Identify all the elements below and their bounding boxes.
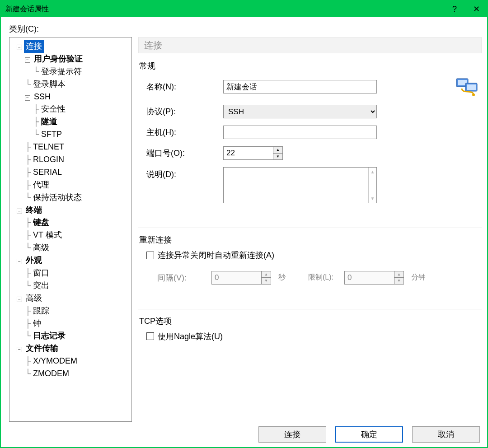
tree-item-window[interactable]: 窗口 <box>31 267 51 280</box>
chevron-up-icon[interactable]: ▲ <box>273 147 282 154</box>
expand-toggle-icon[interactable]: − <box>17 45 22 50</box>
expand-toggle-icon[interactable]: − <box>25 57 30 63</box>
tree-item-trace[interactable]: 跟踪 <box>31 305 51 317</box>
tree-item-terminal[interactable]: 终端 <box>24 204 44 217</box>
chevron-down-icon: ▼ <box>394 278 404 284</box>
nagle-label: 使用Nagle算法(U) <box>158 331 223 342</box>
svg-rect-3 <box>467 84 476 90</box>
tree-item-filetransfer[interactable]: 文件传输 <box>24 342 60 355</box>
settings-panel: 连接 常规 名称(N): <box>138 37 482 422</box>
tree-item-sftp[interactable]: SFTP <box>39 128 64 141</box>
interval-input <box>211 271 261 285</box>
divider <box>138 309 482 309</box>
cancel-button[interactable]: 取消 <box>412 426 480 443</box>
spinner-buttons: ▲▼ <box>261 271 271 285</box>
spinner-buttons[interactable]: ▲▼ <box>273 146 283 160</box>
category-tree[interactable]: −连接 −用户身份验证 └登录提示符 └登录脚本 −SSH ├安全性 ├隧道 └… <box>9 37 132 422</box>
expand-toggle-icon[interactable]: − <box>17 347 22 352</box>
tree-item-logging[interactable]: 日志记录 <box>31 330 67 342</box>
group-title-reconnect: 重新连接 <box>139 234 481 245</box>
tree-item-xymodem[interactable]: X/YMODEM <box>31 355 79 368</box>
interval-spinner: ▲▼ <box>211 271 271 285</box>
tree-item-rlogin[interactable]: RLOGIN <box>31 154 66 166</box>
divider <box>138 228 482 228</box>
textarea-scrollbar[interactable]: ▲▼ <box>368 168 376 203</box>
tree-item-vtmode[interactable]: VT 模式 <box>31 229 64 242</box>
category-label: 类别(C): <box>9 23 482 34</box>
expand-toggle-icon[interactable]: − <box>17 297 22 302</box>
tree-item-appearance[interactable]: 外观 <box>24 254 44 267</box>
protocol-select[interactable]: SSH <box>223 105 377 118</box>
description-textarea[interactable] <box>224 168 368 203</box>
chevron-down-icon[interactable]: ▼ <box>273 154 282 160</box>
ok-button[interactable]: 确定 <box>335 426 403 443</box>
checkbox-box-icon <box>146 332 154 340</box>
label-name: 名称(N): <box>146 81 223 92</box>
dialog-buttons: 连接 确定 取消 <box>9 422 482 443</box>
label-interval: 间隔(V): <box>157 272 211 283</box>
group-title-general: 常规 <box>139 61 481 71</box>
tree-item-telnet[interactable]: TELNET <box>31 141 66 154</box>
interval-unit: 秒 <box>278 273 286 282</box>
close-button[interactable]: ✕ <box>465 1 487 17</box>
tree-item-keyboard[interactable]: 键盘 <box>31 216 51 229</box>
limit-spinner: ▲▼ <box>344 271 404 285</box>
tree-item-keepalive[interactable]: 保持活动状态 <box>31 191 84 204</box>
label-host: 主机(H): <box>146 127 223 138</box>
chevron-down-icon: ▼ <box>371 196 375 201</box>
expand-toggle-icon[interactable]: − <box>17 259 22 264</box>
label-desc: 说明(D): <box>146 167 223 180</box>
nagle-checkbox[interactable]: 使用Nagle算法(U) <box>146 331 223 342</box>
host-input[interactable] <box>223 126 377 139</box>
auto-reconnect-label: 连接异常关闭时自动重新连接(A) <box>158 250 274 261</box>
tree-item-login-prompt[interactable]: 登录提示符 <box>39 65 84 78</box>
tree-item-login-script[interactable]: 登录脚本 <box>31 78 67 91</box>
svg-point-4 <box>472 93 475 96</box>
tree-item-advanced-terminal[interactable]: 高级 <box>31 242 51 254</box>
name-input[interactable] <box>223 80 377 93</box>
tree-item-advanced[interactable]: 高级 <box>24 292 44 305</box>
tree-item-zmodem[interactable]: ZMODEM <box>31 368 71 380</box>
group-title-tcp: TCP选项 <box>139 316 481 327</box>
auto-reconnect-checkbox[interactable]: 连接异常关闭时自动重新连接(A) <box>146 250 274 261</box>
panel-header: 连接 <box>138 37 482 53</box>
limit-unit: 分钟 <box>411 273 426 282</box>
dialog-body: 类别(C): −连接 −用户身份验证 └登录提示符 └登录脚本 −SSH ├安全… <box>1 17 487 447</box>
expand-toggle-icon[interactable]: − <box>25 95 30 101</box>
chevron-up-icon: ▲ <box>371 169 375 174</box>
chevron-up-icon: ▲ <box>262 271 271 278</box>
tree-item-auth[interactable]: 用户身份验证 <box>32 53 84 65</box>
connection-icon <box>455 76 481 98</box>
limit-input <box>344 271 394 285</box>
label-port: 端口号(O): <box>146 148 223 159</box>
checkbox-box-icon <box>146 252 154 259</box>
tree-item-proxy[interactable]: 代理 <box>31 179 51 191</box>
spinner-buttons: ▲▼ <box>394 271 404 285</box>
label-limit: 限制(L): <box>308 273 344 282</box>
chevron-up-icon: ▲ <box>394 271 404 278</box>
connect-button[interactable]: 连接 <box>258 426 326 443</box>
titlebar: 新建会话属性 ? ✕ <box>1 1 487 17</box>
dialog-window: 新建会话属性 ? ✕ 类别(C): −连接 −用户身份验证 └登录提示符 └登录… <box>0 0 488 448</box>
label-protocol: 协议(P): <box>146 106 223 117</box>
help-button[interactable]: ? <box>444 1 465 17</box>
tree-item-ssh[interactable]: SSH <box>32 91 52 103</box>
chevron-down-icon: ▼ <box>262 278 271 284</box>
expand-toggle-icon[interactable]: − <box>17 209 22 214</box>
tree-item-highlight[interactable]: 突出 <box>31 280 51 292</box>
tree-item-connection[interactable]: 连接 <box>24 40 44 53</box>
group-reconnect: 重新连接 连接异常关闭时自动重新连接(A) 间隔(V): ▲▼ <box>138 234 482 298</box>
group-general: 常规 名称(N): <box>138 61 482 217</box>
port-spinner[interactable]: ▲▼ <box>223 146 283 160</box>
tree-item-bell[interactable]: 钟 <box>31 317 43 330</box>
tree-item-security[interactable]: 安全性 <box>39 103 67 116</box>
tree-item-serial[interactable]: SERIAL <box>31 166 64 179</box>
window-title: 新建会话属性 <box>5 5 444 14</box>
group-tcp: TCP选项 使用Nagle算法(U) <box>138 316 482 349</box>
tree-item-tunnel[interactable]: 隧道 <box>39 116 59 128</box>
port-input[interactable] <box>223 146 273 160</box>
